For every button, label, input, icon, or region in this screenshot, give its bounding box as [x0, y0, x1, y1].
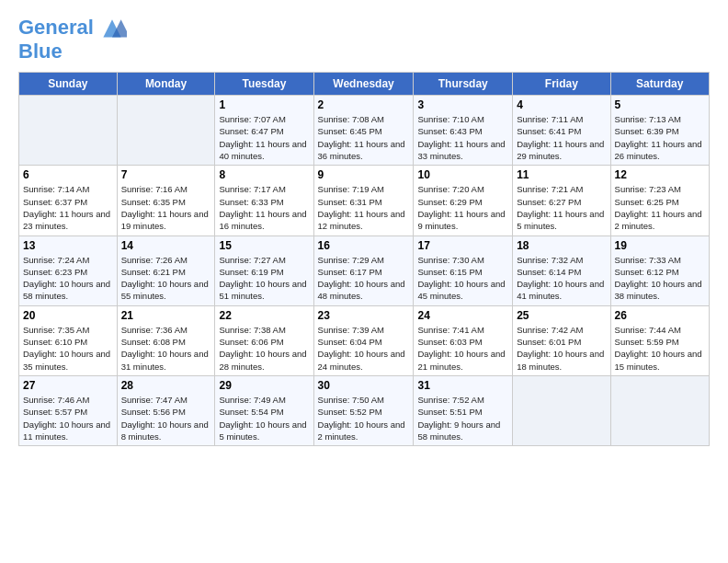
calendar-cell: 30Sunrise: 7:50 AMSunset: 5:52 PMDayligh… [313, 375, 414, 445]
calendar: SundayMondayTuesdayWednesdayThursdayFrid… [18, 72, 710, 446]
day-info: Sunrise: 7:07 AMSunset: 6:47 PMDaylight:… [219, 113, 309, 162]
day-info: Sunrise: 7:46 AMSunset: 5:57 PMDaylight:… [23, 394, 113, 442]
day-info: Sunrise: 7:39 AMSunset: 6:04 PMDaylight:… [318, 324, 410, 373]
day-info: Sunrise: 7:08 AMSunset: 6:45 PMDaylight:… [318, 113, 410, 162]
logo-text: General [18, 17, 94, 39]
day-number: 14 [121, 239, 211, 252]
day-info: Sunrise: 7:10 AMSunset: 6:43 PMDaylight:… [417, 113, 508, 162]
calendar-cell: 5Sunrise: 7:13 AMSunset: 6:39 PMDaylight… [610, 96, 709, 166]
weekday-header: Sunday [19, 73, 118, 96]
day-number: 26 [615, 309, 705, 322]
day-number: 2 [318, 98, 410, 111]
day-number: 30 [318, 379, 410, 392]
calendar-cell: 18Sunrise: 7:32 AMSunset: 6:14 PMDayligh… [513, 236, 610, 305]
weekday-header: Monday [117, 73, 215, 96]
day-number: 29 [219, 379, 309, 392]
day-number: 31 [417, 379, 508, 392]
weekday-header: Thursday [414, 73, 513, 96]
day-number: 4 [517, 98, 606, 111]
day-number: 6 [23, 168, 113, 181]
day-number: 9 [318, 168, 410, 181]
day-number: 5 [615, 98, 705, 111]
day-info: Sunrise: 7:23 AMSunset: 6:25 PMDaylight:… [615, 183, 705, 232]
calendar-week-row: 6Sunrise: 7:14 AMSunset: 6:37 PMDaylight… [19, 166, 710, 236]
calendar-cell: 7Sunrise: 7:16 AMSunset: 6:35 PMDaylight… [117, 166, 215, 236]
calendar-cell [19, 96, 118, 166]
day-info: Sunrise: 7:44 AMSunset: 5:59 PMDaylight:… [615, 324, 705, 373]
calendar-cell: 10Sunrise: 7:20 AMSunset: 6:29 PMDayligh… [414, 166, 513, 236]
day-info: Sunrise: 7:11 AMSunset: 6:41 PMDaylight:… [517, 113, 606, 162]
day-number: 21 [121, 309, 211, 322]
day-number: 25 [517, 309, 606, 322]
calendar-cell: 3Sunrise: 7:10 AMSunset: 6:43 PMDaylight… [414, 96, 513, 166]
day-info: Sunrise: 7:14 AMSunset: 6:37 PMDaylight:… [23, 183, 113, 232]
calendar-cell: 20Sunrise: 7:35 AMSunset: 6:10 PMDayligh… [19, 305, 118, 375]
calendar-cell: 21Sunrise: 7:36 AMSunset: 6:08 PMDayligh… [117, 305, 215, 375]
calendar-cell: 28Sunrise: 7:47 AMSunset: 5:56 PMDayligh… [117, 375, 215, 445]
calendar-cell [513, 375, 610, 445]
day-info: Sunrise: 7:50 AMSunset: 5:52 PMDaylight:… [318, 394, 410, 442]
calendar-cell: 31Sunrise: 7:52 AMSunset: 5:51 PMDayligh… [414, 375, 513, 445]
weekday-header: Friday [513, 73, 610, 96]
day-info: Sunrise: 7:47 AMSunset: 5:56 PMDaylight:… [121, 394, 211, 442]
day-number: 23 [318, 309, 410, 322]
day-info: Sunrise: 7:36 AMSunset: 6:08 PMDaylight:… [121, 324, 211, 373]
day-number: 8 [219, 168, 309, 181]
day-number: 15 [219, 239, 309, 252]
day-info: Sunrise: 7:30 AMSunset: 6:15 PMDaylight:… [417, 254, 508, 303]
day-number: 13 [23, 239, 113, 252]
day-info: Sunrise: 7:38 AMSunset: 6:06 PMDaylight:… [219, 324, 309, 373]
calendar-week-row: 13Sunrise: 7:24 AMSunset: 6:23 PMDayligh… [19, 236, 710, 305]
day-number: 16 [318, 239, 410, 252]
page: General Blue SundayMondayTuesdayWednesda… [0, 0, 728, 455]
calendar-cell: 25Sunrise: 7:42 AMSunset: 6:01 PMDayligh… [513, 305, 610, 375]
calendar-cell: 22Sunrise: 7:38 AMSunset: 6:06 PMDayligh… [215, 305, 313, 375]
calendar-cell [610, 375, 709, 445]
calendar-cell: 12Sunrise: 7:23 AMSunset: 6:25 PMDayligh… [610, 166, 709, 236]
day-number: 20 [23, 309, 113, 322]
day-info: Sunrise: 7:42 AMSunset: 6:01 PMDaylight:… [517, 324, 606, 373]
day-number: 18 [517, 239, 606, 252]
day-info: Sunrise: 7:32 AMSunset: 6:14 PMDaylight:… [517, 254, 606, 303]
day-info: Sunrise: 7:20 AMSunset: 6:29 PMDaylight:… [417, 183, 508, 232]
day-info: Sunrise: 7:33 AMSunset: 6:12 PMDaylight:… [615, 254, 705, 303]
calendar-week-row: 1Sunrise: 7:07 AMSunset: 6:47 PMDaylight… [19, 96, 710, 166]
calendar-cell: 15Sunrise: 7:27 AMSunset: 6:19 PMDayligh… [215, 236, 313, 305]
weekday-header-row: SundayMondayTuesdayWednesdayThursdayFrid… [19, 73, 710, 96]
calendar-cell: 24Sunrise: 7:41 AMSunset: 6:03 PMDayligh… [414, 305, 513, 375]
day-info: Sunrise: 7:41 AMSunset: 6:03 PMDaylight:… [417, 324, 508, 373]
calendar-cell: 14Sunrise: 7:26 AMSunset: 6:21 PMDayligh… [117, 236, 215, 305]
day-number: 12 [615, 168, 705, 181]
day-info: Sunrise: 7:13 AMSunset: 6:39 PMDaylight:… [615, 113, 705, 162]
calendar-cell: 29Sunrise: 7:49 AMSunset: 5:54 PMDayligh… [215, 375, 313, 445]
calendar-cell: 23Sunrise: 7:39 AMSunset: 6:04 PMDayligh… [313, 305, 414, 375]
day-number: 1 [219, 98, 309, 111]
calendar-cell [117, 96, 215, 166]
calendar-cell: 2Sunrise: 7:08 AMSunset: 6:45 PMDaylight… [313, 96, 414, 166]
day-number: 17 [417, 239, 508, 252]
logo-icon [97, 15, 127, 40]
day-number: 10 [417, 168, 508, 181]
calendar-cell: 16Sunrise: 7:29 AMSunset: 6:17 PMDayligh… [313, 236, 414, 305]
calendar-week-row: 20Sunrise: 7:35 AMSunset: 6:10 PMDayligh… [19, 305, 710, 375]
day-number: 3 [417, 98, 508, 111]
calendar-cell: 26Sunrise: 7:44 AMSunset: 5:59 PMDayligh… [610, 305, 709, 375]
day-info: Sunrise: 7:26 AMSunset: 6:21 PMDaylight:… [121, 254, 211, 303]
day-info: Sunrise: 7:49 AMSunset: 5:54 PMDaylight:… [219, 394, 309, 442]
weekday-header: Saturday [610, 73, 709, 96]
day-number: 22 [219, 309, 309, 322]
weekday-header: Wednesday [313, 73, 414, 96]
calendar-cell: 17Sunrise: 7:30 AMSunset: 6:15 PMDayligh… [414, 236, 513, 305]
logo: General Blue [18, 15, 127, 63]
day-number: 7 [121, 168, 211, 181]
day-number: 19 [615, 239, 705, 252]
header: General Blue [18, 15, 710, 63]
calendar-cell: 8Sunrise: 7:17 AMSunset: 6:33 PMDaylight… [215, 166, 313, 236]
weekday-header: Tuesday [215, 73, 313, 96]
calendar-cell: 6Sunrise: 7:14 AMSunset: 6:37 PMDaylight… [19, 166, 118, 236]
day-number: 11 [517, 168, 606, 181]
day-number: 24 [417, 309, 508, 322]
calendar-cell: 9Sunrise: 7:19 AMSunset: 6:31 PMDaylight… [313, 166, 414, 236]
day-info: Sunrise: 7:35 AMSunset: 6:10 PMDaylight:… [23, 324, 113, 373]
day-number: 28 [121, 379, 211, 392]
